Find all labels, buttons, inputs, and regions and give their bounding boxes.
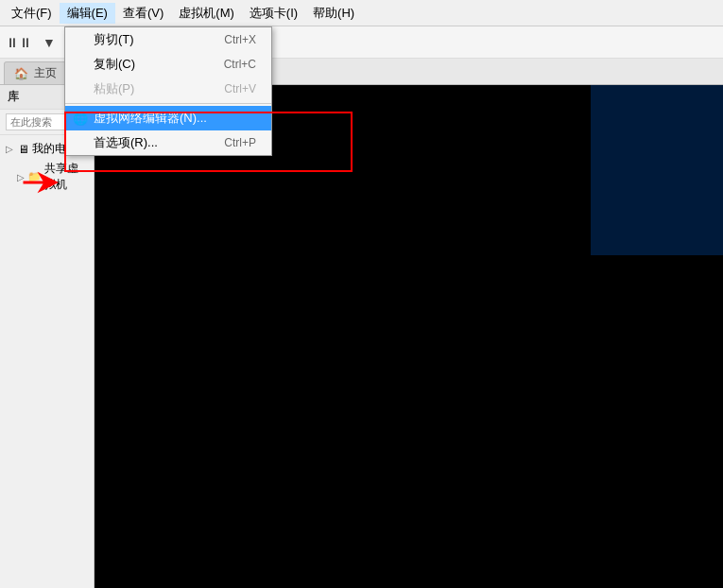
globe-icon: 🌐 xyxy=(73,112,88,126)
pause-button[interactable]: ⏸⏸ xyxy=(6,30,32,55)
menu-copy[interactable]: 复制(C) Ctrl+C xyxy=(65,52,271,77)
tab-home-label: 主页 xyxy=(34,65,57,81)
expand-icon: ▷ xyxy=(6,144,15,154)
menu-edit[interactable]: 编辑(E) xyxy=(60,3,115,24)
preferences-label: 首选项(R)... xyxy=(94,134,158,151)
tree-item-shared[interactable]: ▷ 📁 共享虚拟机 xyxy=(4,159,90,195)
menu-paste[interactable]: 粘贴(P) Ctrl+V xyxy=(65,77,271,101)
pc-icon: 🖥 xyxy=(18,143,29,156)
main-layout: 库 ▷ 🖥 我的电脑 ▷ 📁 共享虚拟机 xyxy=(0,85,723,588)
home-icon: 🏠 xyxy=(14,67,28,80)
menu-file[interactable]: 文件(F) xyxy=(4,3,60,24)
paste-label: 粘贴(P) xyxy=(94,80,134,97)
menubar: 文件(F) 编辑(E) 查看(V) 虚拟机(M) 选项卡(I) 帮助(H) xyxy=(0,0,723,26)
pause-icon: ⏸⏸ xyxy=(6,35,32,50)
menu-cut[interactable]: 剪切(T) Ctrl+X xyxy=(65,27,271,52)
preferences-shortcut: Ctrl+P xyxy=(224,136,256,149)
folder-icon: 📁 xyxy=(27,170,42,183)
expand-icon-2: ▷ xyxy=(17,172,25,182)
content-dark-blue-panel xyxy=(591,85,723,255)
tree-label-shared: 共享虚拟机 xyxy=(44,161,88,193)
paste-shortcut: Ctrl+V xyxy=(224,82,256,95)
copy-label: 复制(C) xyxy=(94,56,135,73)
sidebar: 库 ▷ 🖥 我的电脑 ▷ 📁 共享虚拟机 xyxy=(0,85,95,588)
dropdown-icon: ▼ xyxy=(43,35,56,50)
dropdown-button[interactable]: ▼ xyxy=(36,30,62,55)
cut-shortcut: Ctrl+X xyxy=(224,33,256,46)
menu-help[interactable]: 帮助(H) xyxy=(305,3,362,24)
menu-vm[interactable]: 虚拟机(M) xyxy=(171,3,242,24)
content-area xyxy=(95,85,723,588)
menu-view[interactable]: 查看(V) xyxy=(115,3,171,24)
menu-separator xyxy=(65,103,271,104)
cut-label: 剪切(T) xyxy=(94,31,134,48)
edit-menu: 剪切(T) Ctrl+X 复制(C) Ctrl+C 粘贴(P) Ctrl+V 🌐… xyxy=(64,26,272,156)
vne-label: 虚拟网络编辑器(N)... xyxy=(94,110,207,127)
menu-virtual-network-editor[interactable]: 🌐 虚拟网络编辑器(N)... xyxy=(65,106,271,130)
menu-preferences[interactable]: 首选项(R)... Ctrl+P xyxy=(65,130,271,155)
menu-tab[interactable]: 选项卡(I) xyxy=(242,3,305,24)
copy-shortcut: Ctrl+C xyxy=(224,58,256,71)
